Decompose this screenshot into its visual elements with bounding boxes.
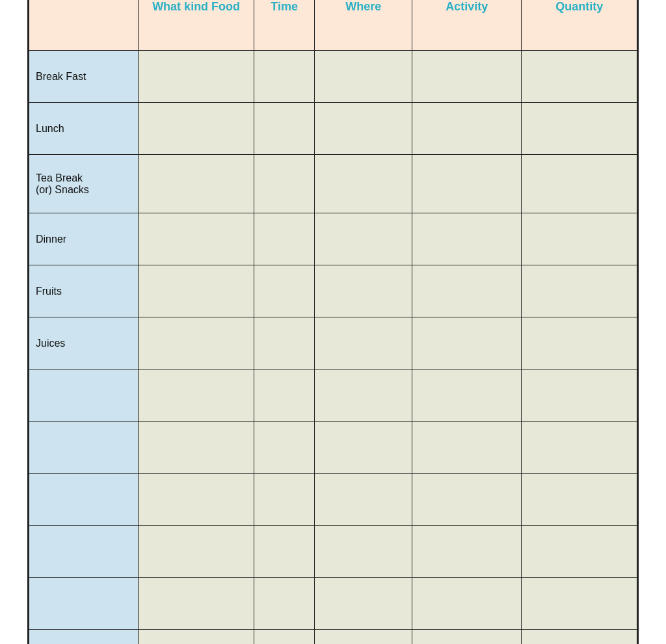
data-cell[interactable] (522, 422, 637, 474)
data-cell[interactable] (254, 155, 315, 213)
row-label-cell[interactable]: Break Fast (29, 51, 139, 103)
table-row: Lunch (29, 103, 637, 155)
data-cell[interactable] (254, 526, 315, 578)
data-cell[interactable] (254, 213, 315, 265)
data-cell[interactable] (522, 526, 637, 578)
data-cell[interactable] (254, 103, 315, 155)
table-row: Fruits (29, 265, 637, 317)
data-cell[interactable] (315, 103, 412, 155)
data-cell[interactable] (139, 526, 254, 578)
data-cell[interactable] (315, 155, 412, 213)
row-label-cell[interactable]: Tea Break (or) Snacks (29, 155, 139, 213)
header-label (29, 0, 139, 51)
row-label-cell[interactable]: Lunch (29, 103, 139, 155)
data-cell[interactable] (412, 265, 522, 317)
data-cell[interactable] (412, 213, 522, 265)
table-row: Tea Break (or) Snacks (29, 155, 637, 213)
row-label-cell[interactable] (29, 578, 139, 630)
row-label-cell[interactable] (29, 422, 139, 474)
data-cell[interactable] (315, 526, 412, 578)
data-cell[interactable] (522, 265, 637, 317)
data-cell[interactable] (139, 422, 254, 474)
table-row (29, 474, 637, 526)
data-cell[interactable] (412, 422, 522, 474)
data-cell[interactable] (254, 265, 315, 317)
data-cell[interactable] (315, 213, 412, 265)
data-cell[interactable] (522, 213, 637, 265)
row-label-cell[interactable]: Dinner (29, 213, 139, 265)
data-cell[interactable] (139, 155, 254, 213)
table-row (29, 630, 637, 645)
data-cell[interactable] (139, 317, 254, 369)
header-time: Time (254, 0, 315, 51)
row-label-cell[interactable] (29, 369, 139, 422)
row-label-cell[interactable] (29, 526, 139, 578)
data-cell[interactable] (412, 578, 522, 630)
data-cell[interactable] (139, 369, 254, 422)
data-cell[interactable] (139, 213, 254, 265)
header-row: What kind Food Time Where Activity Quant… (29, 0, 637, 51)
data-cell[interactable] (315, 369, 412, 422)
food-log-table: What kind Food Time Where Activity Quant… (29, 0, 637, 644)
data-cell[interactable] (412, 474, 522, 526)
table-row: Dinner (29, 213, 637, 265)
data-cell[interactable] (139, 630, 254, 645)
table-row: Break Fast (29, 51, 637, 103)
data-cell[interactable] (254, 474, 315, 526)
header-quantity: Quantity (522, 0, 637, 51)
data-cell[interactable] (315, 51, 412, 103)
header-whatkind: What kind Food (139, 0, 254, 51)
data-cell[interactable] (139, 474, 254, 526)
data-cell[interactable] (315, 422, 412, 474)
data-cell[interactable] (254, 630, 315, 645)
row-label-cell[interactable]: Juices (29, 317, 139, 369)
data-cell[interactable] (522, 474, 637, 526)
row-label-cell[interactable]: Fruits (29, 265, 139, 317)
row-label-cell[interactable] (29, 474, 139, 526)
table-row (29, 369, 637, 422)
data-cell[interactable] (412, 317, 522, 369)
data-cell[interactable] (522, 103, 637, 155)
data-cell[interactable] (254, 369, 315, 422)
data-cell[interactable] (139, 265, 254, 317)
data-cell[interactable] (315, 578, 412, 630)
data-cell[interactable] (522, 317, 637, 369)
table-wrapper: What kind Food Time Where Activity Quant… (27, 0, 639, 644)
data-cell[interactable] (522, 578, 637, 630)
data-cell[interactable] (254, 422, 315, 474)
data-cell[interactable] (315, 265, 412, 317)
data-cell[interactable] (412, 51, 522, 103)
table-row (29, 422, 637, 474)
data-cell[interactable] (412, 155, 522, 213)
data-cell[interactable] (522, 630, 637, 645)
header-where: Where (315, 0, 412, 51)
page-container: What kind Food Time Where Activity Quant… (0, 0, 666, 644)
data-cell[interactable] (254, 578, 315, 630)
data-cell[interactable] (412, 103, 522, 155)
data-cell[interactable] (522, 155, 637, 213)
data-cell[interactable] (412, 369, 522, 422)
data-cell[interactable] (315, 317, 412, 369)
row-label-cell[interactable] (29, 630, 139, 645)
data-cell[interactable] (412, 526, 522, 578)
table-row (29, 578, 637, 630)
data-cell[interactable] (522, 51, 637, 103)
data-cell[interactable] (139, 51, 254, 103)
data-cell[interactable] (315, 630, 412, 645)
data-cell[interactable] (139, 578, 254, 630)
data-cell[interactable] (522, 369, 637, 422)
data-cell[interactable] (412, 630, 522, 645)
data-cell[interactable] (254, 317, 315, 369)
data-cell[interactable] (254, 51, 315, 103)
table-row (29, 526, 637, 578)
data-cell[interactable] (139, 103, 254, 155)
header-activity: Activity (412, 0, 522, 51)
table-row: Juices (29, 317, 637, 369)
data-cell[interactable] (315, 474, 412, 526)
